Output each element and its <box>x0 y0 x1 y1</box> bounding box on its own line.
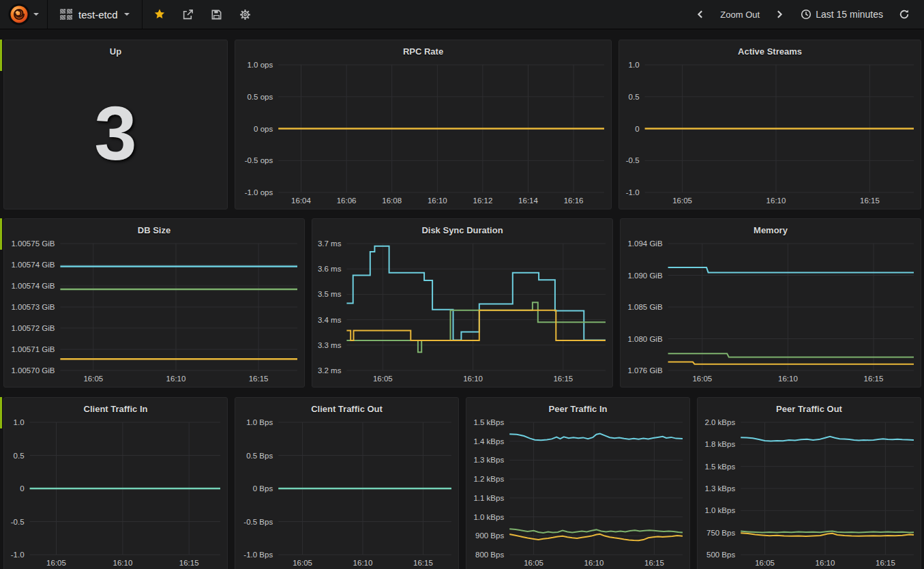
svg-text:1.076 GiB: 1.076 GiB <box>627 366 662 375</box>
svg-text:800 Bps: 800 Bps <box>475 551 504 559</box>
panel-disk-sync-duration: Disk Sync Duration 16:0516:1016:153.7 ms… <box>312 218 613 388</box>
svg-text:0.5 Bps: 0.5 Bps <box>246 452 273 460</box>
zoom-out-button[interactable]: Zoom Out <box>716 7 764 23</box>
svg-text:0.5: 0.5 <box>14 452 25 460</box>
svg-text:1.1 kBps: 1.1 kBps <box>473 494 504 502</box>
refresh-button[interactable] <box>894 4 914 25</box>
svg-text:1.00573 GiB: 1.00573 GiB <box>11 303 55 311</box>
panel-title[interactable]: Active Streams <box>619 40 921 58</box>
db-size-graph[interactable]: 16:0516:1016:151.00575 GiB1.00574 GiB1.0… <box>4 237 304 388</box>
panel-db-size: DB Size 16:0516:1016:151.00575 GiB1.0057… <box>3 218 305 388</box>
svg-text:-0.5 Bps: -0.5 Bps <box>243 518 273 526</box>
svg-text:16:10: 16:10 <box>463 375 483 383</box>
grafana-menu-button[interactable] <box>0 0 48 29</box>
disk-sync-duration-graph[interactable]: 16:0516:1016:153.7 ms3.6 ms3.5 ms3.4 ms3… <box>312 237 612 388</box>
time-forward-button[interactable] <box>769 4 790 25</box>
panel-peer-traffic-in: Peer Traffic In 16:0516:1016:151.5 kBps1… <box>466 397 690 569</box>
svg-text:16:14: 16:14 <box>518 196 538 205</box>
svg-text:1.0: 1.0 <box>14 418 25 426</box>
panel-title[interactable]: Peer Traffic Out <box>698 398 921 415</box>
caret-down-icon <box>33 13 39 16</box>
panel-memory: Memory 16:0516:1016:151.094 GiB1.090 GiB… <box>620 218 921 388</box>
panel-title[interactable]: Disk Sync Duration <box>312 219 612 237</box>
svg-text:0 Bps: 0 Bps <box>253 484 273 493</box>
svg-text:-0.5: -0.5 <box>626 156 640 164</box>
svg-text:2.0 kBps: 2.0 kBps <box>704 418 735 426</box>
svg-text:1.3 kBps: 1.3 kBps <box>704 484 735 493</box>
svg-text:16:05: 16:05 <box>524 559 543 567</box>
svg-text:1.0 Bps: 1.0 Bps <box>246 418 273 426</box>
svg-text:16:06: 16:06 <box>337 196 357 205</box>
svg-text:1.2 kBps: 1.2 kBps <box>473 475 504 483</box>
singlestat-container: 3 <box>4 58 227 209</box>
panel-title[interactable]: Client Traffic Out <box>235 398 458 415</box>
svg-text:1.4 kBps: 1.4 kBps <box>473 437 504 446</box>
panel-peer-traffic-out: Peer Traffic Out 16:0516:1016:152.0 kBps… <box>697 397 921 569</box>
chevron-right-icon <box>775 10 784 19</box>
dashboard-row-2: DB Size 16:0516:1016:151.00575 GiB1.0057… <box>0 218 924 388</box>
svg-text:16:15: 16:15 <box>864 375 884 383</box>
dashboard-title: test-etcd <box>78 9 118 20</box>
panel-title[interactable]: RPC Rate <box>235 40 611 58</box>
svg-text:3.4 ms: 3.4 ms <box>318 316 342 324</box>
time-range-label: Last 15 minutes <box>816 9 883 20</box>
save-button[interactable] <box>207 4 227 25</box>
svg-text:0 ops: 0 ops <box>254 125 273 133</box>
svg-text:1.5 kBps: 1.5 kBps <box>704 463 735 471</box>
dashboard-grid-icon <box>60 9 72 20</box>
svg-text:1.00575 GiB: 1.00575 GiB <box>11 239 55 248</box>
svg-text:16:15: 16:15 <box>876 559 895 567</box>
svg-text:1.0 kBps: 1.0 kBps <box>704 506 735 514</box>
svg-text:16:10: 16:10 <box>428 196 447 205</box>
svg-text:16:05: 16:05 <box>293 559 312 567</box>
svg-text:16:05: 16:05 <box>672 196 692 205</box>
panel-title[interactable]: Client Traffic In <box>4 398 227 415</box>
svg-text:16:15: 16:15 <box>644 559 664 567</box>
svg-text:0.5: 0.5 <box>629 93 640 101</box>
peer-traffic-out-graph[interactable]: 16:0516:1016:152.0 kBps1.8 kBps1.5 kBps1… <box>698 415 921 569</box>
settings-button[interactable] <box>235 4 256 25</box>
panel-title[interactable]: Memory <box>621 219 921 237</box>
share-icon <box>182 9 194 20</box>
row-menu-tab[interactable] <box>0 218 2 250</box>
svg-text:16:05: 16:05 <box>83 375 103 383</box>
row-menu-tab[interactable] <box>0 397 2 428</box>
svg-text:16:10: 16:10 <box>584 559 604 567</box>
peer-traffic-in-graph[interactable]: 16:0516:1016:151.5 kBps1.4 kBps1.3 kBps1… <box>466 415 689 569</box>
svg-text:16:15: 16:15 <box>413 559 433 567</box>
svg-text:16:15: 16:15 <box>860 196 880 205</box>
client-traffic-out-graph[interactable]: 16:0516:1016:151.0 Bps0.5 Bps0 Bps-0.5 B… <box>235 415 458 569</box>
svg-text:16:05: 16:05 <box>373 375 393 383</box>
active-streams-graph[interactable]: 16:0516:1016:151.00.50-0.5-1.0 <box>619 58 921 209</box>
svg-text:16:10: 16:10 <box>113 559 133 567</box>
svg-text:16:05: 16:05 <box>46 559 66 567</box>
svg-text:16:10: 16:10 <box>766 196 786 205</box>
time-controls: Zoom Out Last 15 minutes <box>690 0 924 29</box>
panel-title[interactable]: Up <box>4 40 227 58</box>
dashboard-picker[interactable]: test-etcd <box>48 0 143 29</box>
rpc-rate-graph[interactable]: 16:0416:0616:0816:1016:1216:1416:161.0 o… <box>235 58 611 209</box>
panel-title[interactable]: DB Size <box>4 219 304 237</box>
panel-rpc-rate: RPC Rate 16:0416:0616:0816:1016:1216:141… <box>235 40 612 209</box>
svg-text:16:04: 16:04 <box>291 196 311 205</box>
svg-text:0.5 ops: 0.5 ops <box>247 93 273 101</box>
svg-text:3.5 ms: 3.5 ms <box>318 290 342 298</box>
panel-active-streams: Active Streams 16:0516:1016:151.00.50-0.… <box>619 40 921 209</box>
star-button[interactable] <box>149 4 170 25</box>
svg-text:1.080 GiB: 1.080 GiB <box>627 335 662 343</box>
star-icon <box>153 8 166 20</box>
svg-text:1.8 kBps: 1.8 kBps <box>704 440 735 448</box>
svg-text:0: 0 <box>635 125 639 133</box>
memory-graph[interactable]: 16:0516:1016:151.094 GiB1.090 GiB1.085 G… <box>621 237 921 388</box>
svg-text:1.085 GiB: 1.085 GiB <box>627 303 662 311</box>
svg-text:-1.0: -1.0 <box>626 188 640 196</box>
svg-text:16:12: 16:12 <box>473 196 493 205</box>
time-range-button[interactable]: Last 15 minutes <box>795 6 889 23</box>
client-traffic-in-graph[interactable]: 16:0516:1016:151.00.50-0.5-1.0 <box>4 415 227 569</box>
panel-client-traffic-out: Client Traffic Out 16:0516:1016:151.0 Bp… <box>235 397 459 569</box>
share-button[interactable] <box>178 4 198 25</box>
panel-client-traffic-in: Client Traffic In 16:0516:1016:151.00.50… <box>3 397 228 569</box>
panel-title[interactable]: Peer Traffic In <box>466 398 689 415</box>
row-menu-tab[interactable] <box>0 40 2 71</box>
time-back-button[interactable] <box>690 4 711 25</box>
